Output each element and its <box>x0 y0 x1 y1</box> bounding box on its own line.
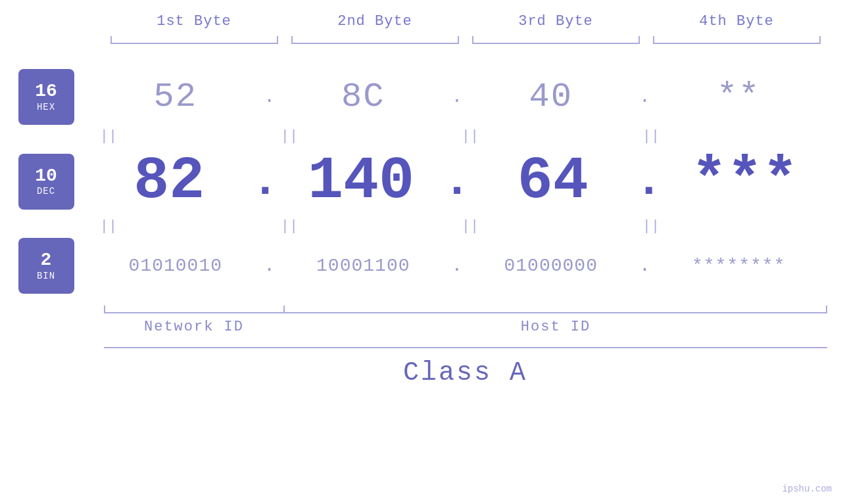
bottom-bracket-area: Network ID Host ID <box>104 300 827 335</box>
hex-badge: 16 HEX <box>18 69 74 125</box>
net-bracket <box>104 300 285 313</box>
dec-badge-label: DEC <box>37 186 55 196</box>
hex-dot3: . <box>639 87 650 107</box>
bin-dot3: . <box>639 256 650 276</box>
byte2-header: 2nd Byte <box>285 13 466 30</box>
eq1-b4: || <box>561 128 742 145</box>
bin-badge: 2 BIN <box>18 238 74 294</box>
bottom-brackets <box>104 300 827 313</box>
bracket-row <box>104 36 827 49</box>
equals-row-1: || || || || <box>18 128 742 145</box>
dec-byte3: 64 <box>471 148 635 215</box>
eq2-b1: || <box>18 218 199 235</box>
main-container: 1st Byte 2nd Byte 3rd Byte 4th Byte <box>0 0 845 504</box>
hex-byte1: 52 <box>87 78 264 116</box>
dec-dot2: . <box>443 156 471 208</box>
eq2-b2: || <box>199 218 380 235</box>
dec-badge-num: 10 <box>35 166 57 187</box>
dec-row: 10 DEC 82 . 140 . 64 . *** <box>18 148 827 215</box>
bracket-2 <box>291 36 459 49</box>
byte-headers: 1st Byte 2nd Byte 3rd Byte 4th Byte <box>104 13 827 30</box>
dec-byte2: 140 <box>279 148 443 215</box>
dec-badge: 10 DEC <box>18 154 74 210</box>
bottom-line-area: Class A <box>104 347 827 388</box>
dec-byte4: *** <box>663 148 827 215</box>
hex-byte2: 8C <box>275 78 452 116</box>
bin-byte4: ******** <box>650 256 827 276</box>
hex-badge-label: HEX <box>37 102 55 112</box>
dec-dot1: . <box>251 156 279 208</box>
hex-byte4: ** <box>650 78 827 116</box>
network-id-label: Network ID <box>104 319 285 335</box>
bin-badge-label: BIN <box>37 271 55 281</box>
bin-row: 2 BIN 01010010 . 10001100 . 01000000 . *… <box>18 238 827 294</box>
dec-dot3: . <box>635 156 663 208</box>
equals-row-2: || || || || <box>18 218 742 235</box>
bin-byte1: 01010010 <box>87 256 264 276</box>
bin-values: 01010010 . 10001100 . 01000000 . *******… <box>87 256 827 276</box>
bin-badge-num: 2 <box>41 250 52 271</box>
bin-dot1: . <box>264 256 275 276</box>
hex-dot1: . <box>264 87 275 107</box>
eq1-b2: || <box>199 128 380 145</box>
byte3-header: 3rd Byte <box>466 13 646 30</box>
bin-byte2: 10001100 <box>275 256 452 276</box>
host-id-label: Host ID <box>285 319 827 335</box>
hex-badge-num: 16 <box>35 81 57 102</box>
bottom-full-line <box>104 347 827 348</box>
bracket-3 <box>472 36 640 49</box>
watermark: ipshu.com <box>782 484 832 494</box>
dec-byte1: 82 <box>87 148 252 215</box>
hex-byte3: 40 <box>462 78 639 116</box>
id-labels: Network ID Host ID <box>104 319 827 335</box>
hex-values: 52 . 8C . 40 . ** <box>87 78 827 116</box>
byte1-header: 1st Byte <box>104 13 285 30</box>
content-area: 16 HEX 52 . 8C . 40 . ** <box>18 69 827 388</box>
class-label: Class A <box>104 358 827 388</box>
eq2-b3: || <box>380 218 561 235</box>
host-bracket <box>285 300 827 313</box>
hex-row: 16 HEX 52 . 8C . 40 . ** <box>18 69 827 125</box>
byte4-header: 4th Byte <box>646 13 827 30</box>
bin-dot2: . <box>452 256 463 276</box>
eq2-b4: || <box>561 218 742 235</box>
hex-dot2: . <box>452 87 463 107</box>
bin-byte3: 01000000 <box>462 256 639 276</box>
eq1-b3: || <box>380 128 561 145</box>
bracket-4 <box>653 36 821 49</box>
bracket-1 <box>110 36 278 49</box>
eq1-b1: || <box>18 128 199 145</box>
dec-values: 82 . 140 . 64 . *** <box>87 148 827 215</box>
